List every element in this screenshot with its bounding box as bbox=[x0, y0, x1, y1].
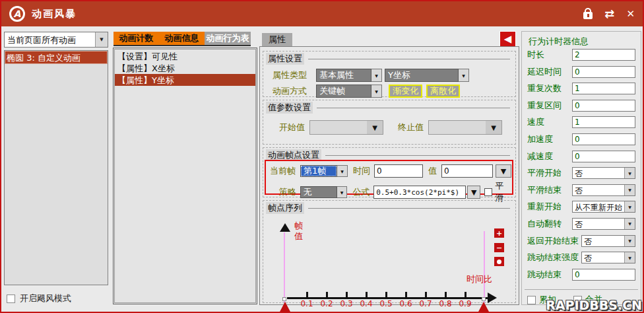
chevron-down-icon: ▼ bbox=[624, 185, 635, 195]
tick-label: 0.9 bbox=[457, 299, 474, 308]
start-slider-triangle[interactable] bbox=[280, 302, 290, 312]
tab-properties[interactable]: 属性 bbox=[262, 33, 292, 46]
formula-input[interactable] bbox=[373, 186, 466, 199]
anim-mode-dropdown[interactable]: 关键帧 bbox=[316, 85, 371, 98]
timer-row-deceleration: 减速度 bbox=[527, 151, 635, 162]
timer-row-return-start-end: 返回开始结束 否▼ bbox=[527, 235, 635, 247]
smooth-start-dropdown[interactable]: 否▼ bbox=[572, 167, 635, 179]
timer-row-restart: 重新开始 从不重新开始▼ bbox=[527, 201, 635, 213]
tab-animation-count[interactable]: 动画计数 bbox=[119, 32, 154, 44]
attr-subtype-dropdown[interactable]: Y坐标 bbox=[385, 69, 459, 82]
formula-dropdown-icon[interactable]: ▼ bbox=[467, 186, 480, 199]
timer-row-acceleration: 加速度 bbox=[527, 133, 635, 145]
smooth-checkbox[interactable] bbox=[484, 188, 492, 196]
smooth-end-dropdown[interactable]: 否▼ bbox=[572, 184, 635, 196]
value-label: 值 bbox=[428, 165, 441, 177]
chevron-down-icon[interactable]: ▼ bbox=[459, 69, 469, 82]
duration-input[interactable] bbox=[572, 49, 635, 61]
right-guide-line bbox=[484, 231, 485, 302]
value-input[interactable] bbox=[441, 164, 493, 178]
animation-list[interactable]: 椭圆 3: 自定义动画 bbox=[4, 50, 108, 285]
time-input[interactable] bbox=[374, 164, 423, 178]
timer-row-smooth-start: 平滑开始 否▼ bbox=[527, 167, 635, 179]
divider bbox=[525, 289, 638, 290]
animation-scope-value: 当前页面所有动画 bbox=[5, 32, 95, 47]
list-item-y-coordinate[interactable]: 【属性】Y坐标 bbox=[115, 74, 255, 86]
current-frame-dropdown[interactable]: 第1帧 bbox=[300, 165, 337, 177]
app-window: A 动画风暴 ⇄ ✕ 当前页面所有动画 ▼ 椭圆 3: 自定义动画 开启飓风模式… bbox=[0, 0, 644, 313]
frame-sequence-chart: 帧值 时间比 0.1 bbox=[263, 214, 515, 302]
timer-row-delay: 延迟时间 bbox=[527, 66, 635, 78]
repeat-interval-input[interactable] bbox=[572, 100, 635, 112]
delay-input[interactable] bbox=[572, 66, 635, 78]
auto-flip-dropdown[interactable]: 否▼ bbox=[572, 218, 635, 230]
close-icon[interactable]: ✕ bbox=[626, 9, 635, 19]
chevron-down-icon[interactable]: ▼ bbox=[371, 69, 382, 82]
anim-mode-label: 动画方式 bbox=[273, 85, 316, 97]
content-area: 当前页面所有动画 ▼ 椭圆 3: 自定义动画 开启飓风模式 动画计数 动画信息 … bbox=[1, 26, 643, 312]
value-dropdown-icon[interactable]: ▼ bbox=[496, 164, 511, 178]
hurricane-mode-label: 开启飓风模式 bbox=[20, 293, 71, 304]
timer-row-repeat-count: 重复次数 bbox=[527, 83, 635, 94]
return-start-end-dropdown[interactable]: 否▼ bbox=[581, 235, 635, 247]
end-value-dropdown[interactable]: ▼ bbox=[428, 120, 502, 135]
end-value-label: 终止值 bbox=[398, 122, 428, 133]
tab-animation-info[interactable]: 动画信息 bbox=[165, 32, 199, 44]
list-item-animation[interactable]: 椭圆 3: 自定义动画 bbox=[5, 51, 108, 64]
attr-type-dropdown[interactable]: 基本属性 bbox=[316, 69, 371, 82]
acceleration-input[interactable] bbox=[572, 133, 635, 145]
add-frame-button[interactable]: + bbox=[494, 228, 504, 238]
end-slider-handle[interactable] bbox=[482, 297, 486, 301]
repeat-count-input[interactable] bbox=[572, 83, 635, 94]
discrete-change-button[interactable]: 离散化 bbox=[426, 85, 460, 98]
speed-input[interactable] bbox=[572, 116, 635, 128]
hurricane-mode-checkbox[interactable]: 开启飓风模式 bbox=[7, 293, 71, 304]
record-frame-button[interactable] bbox=[494, 257, 504, 266]
tick-mark bbox=[405, 292, 407, 298]
list-item-visibility[interactable]: 【设置】可见性 bbox=[115, 50, 255, 62]
lock-icon[interactable] bbox=[583, 12, 593, 19]
tick-mark bbox=[326, 292, 328, 298]
checkbox-icon bbox=[527, 296, 536, 304]
end-slider-triangle[interactable] bbox=[478, 302, 489, 312]
start-slider-handle[interactable] bbox=[282, 297, 286, 301]
remove-frame-button[interactable]: − bbox=[494, 243, 504, 252]
section-value-params: 值参数设置 开始值 ▼ 终止值 ▼ bbox=[263, 100, 516, 145]
tick-label: 0.1 bbox=[298, 299, 315, 308]
current-frame-label: 当前帧 bbox=[270, 165, 300, 177]
bounce-end-strength-dropdown[interactable]: 否▼ bbox=[581, 252, 635, 263]
timer-row-bounce-end-strength: 跳动结束强度 否▼ bbox=[527, 252, 635, 263]
chevron-down-icon[interactable]: ▼ bbox=[371, 85, 382, 98]
deceleration-input[interactable] bbox=[572, 151, 635, 162]
tab-animation-behavior-table[interactable]: 动画行为表 bbox=[205, 32, 251, 46]
y-axis-label: 帧值 bbox=[294, 221, 304, 242]
section-frame-point-settings: 动画帧点设置 当前帧 第1帧 ▼ 时间 值 ▼ 策略 bbox=[263, 147, 516, 197]
tick-mark bbox=[366, 292, 368, 298]
timer-row-bounce-end: 跳动结束 bbox=[527, 269, 635, 281]
tick-mark bbox=[306, 292, 308, 298]
bounce-end-input[interactable] bbox=[572, 269, 635, 281]
start-value-dropdown[interactable]: ▼ bbox=[309, 120, 383, 135]
collapse-panel-button[interactable]: ◀ bbox=[499, 31, 516, 47]
chevron-down-icon[interactable]: ▼ bbox=[337, 165, 348, 177]
chevron-down-icon[interactable]: ▼ bbox=[337, 186, 348, 198]
titlebar: A 动画风暴 ⇄ ✕ bbox=[1, 1, 643, 26]
chevron-down-icon: ▼ bbox=[624, 236, 635, 246]
formula-label: 公式 bbox=[352, 186, 373, 198]
animation-scope-dropdown[interactable]: 当前页面所有动画 ▼ bbox=[4, 32, 108, 48]
swap-arrows-icon[interactable]: ⇄ bbox=[604, 8, 614, 20]
list-item-x-coordinate[interactable]: 【属性】X坐标 bbox=[115, 62, 255, 74]
tick-label: 0.8 bbox=[437, 299, 454, 308]
tick-label: 0.4 bbox=[358, 299, 375, 308]
start-value-label: 开始值 bbox=[279, 122, 309, 133]
strategy-dropdown[interactable]: 无 bbox=[300, 186, 337, 198]
chevron-down-icon[interactable]: ▼ bbox=[367, 121, 383, 134]
restart-dropdown[interactable]: 从不重新开始▼ bbox=[572, 201, 635, 213]
checkbox-icon[interactable] bbox=[7, 295, 15, 303]
chevron-down-icon[interactable]: ▼ bbox=[95, 32, 108, 47]
gradual-change-button[interactable]: 渐变化 bbox=[389, 85, 422, 98]
timer-row-speed: 速度 bbox=[527, 116, 635, 128]
chevron-down-icon[interactable]: ▼ bbox=[486, 121, 501, 134]
strategy-label: 策略 bbox=[270, 186, 300, 198]
chevron-down-icon: ▼ bbox=[624, 219, 635, 229]
